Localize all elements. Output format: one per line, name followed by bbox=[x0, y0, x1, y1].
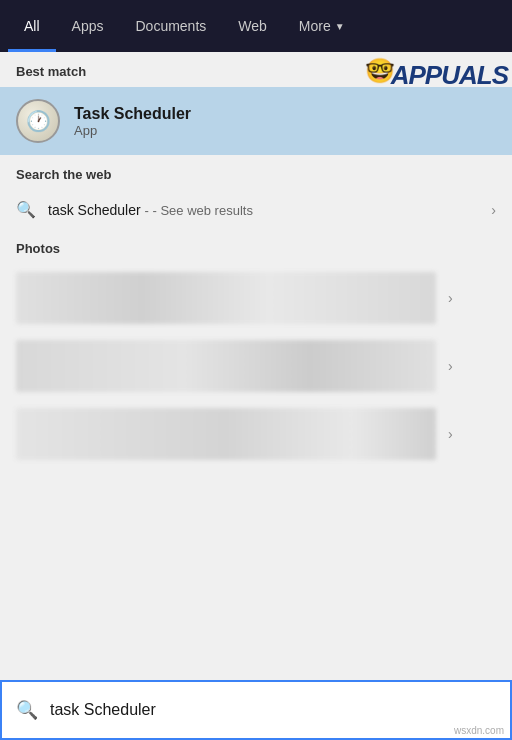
tab-apps[interactable]: Apps bbox=[56, 0, 120, 52]
search-input[interactable] bbox=[50, 701, 496, 719]
tab-apps-label: Apps bbox=[72, 18, 104, 34]
web-search-item[interactable]: 🔍 task Scheduler - - See web results › bbox=[0, 190, 512, 229]
tab-documents-label: Documents bbox=[135, 18, 206, 34]
app-type: App bbox=[74, 123, 191, 138]
logo-character-icon: 🤓 bbox=[365, 57, 395, 85]
tab-more-label: More bbox=[299, 18, 331, 34]
photo-chevron-2: › bbox=[448, 358, 453, 374]
see-results-suffix: - See web results bbox=[152, 203, 252, 218]
web-search-section: Search the web 🔍 task Scheduler - - See … bbox=[0, 155, 512, 229]
photo-thumbnail-2 bbox=[16, 340, 436, 392]
app-info: Task Scheduler App bbox=[74, 105, 191, 138]
web-search-label: Search the web bbox=[0, 155, 512, 190]
photos-section: Photos › › › bbox=[0, 229, 512, 468]
web-search-text: task Scheduler - - See web results bbox=[48, 202, 479, 218]
tab-more[interactable]: More ▼ bbox=[283, 0, 361, 52]
photo-thumbnail-1 bbox=[16, 272, 436, 324]
appuals-logo: 🤓 APPUALS bbox=[365, 60, 508, 91]
photos-label: Photos bbox=[0, 229, 512, 264]
chevron-right-icon: › bbox=[491, 202, 496, 218]
photo-chevron-3: › bbox=[448, 426, 453, 442]
logo-text: APPUALS bbox=[391, 60, 508, 91]
photo-chevron-1: › bbox=[448, 290, 453, 306]
photo-thumbnail-3 bbox=[16, 408, 436, 460]
tab-all[interactable]: All bbox=[8, 0, 56, 52]
chevron-down-icon: ▼ bbox=[335, 21, 345, 32]
app-name: Task Scheduler bbox=[74, 105, 191, 123]
search-results-panel: 🤓 APPUALS Best match 🕐 Task Scheduler Ap… bbox=[0, 52, 512, 680]
photo-item-1[interactable]: › bbox=[0, 264, 512, 332]
tab-documents[interactable]: Documents bbox=[119, 0, 222, 52]
tab-web[interactable]: Web bbox=[222, 0, 283, 52]
photo-item-2[interactable]: › bbox=[0, 332, 512, 400]
photo-item-3[interactable]: › bbox=[0, 400, 512, 468]
search-bar-icon: 🔍 bbox=[16, 699, 38, 721]
search-bar: 🔍 wsxdn.com bbox=[0, 680, 512, 740]
clock-face-icon: 🕐 bbox=[26, 109, 51, 133]
best-match-item[interactable]: 🕐 Task Scheduler App bbox=[0, 87, 512, 155]
web-query: task Scheduler bbox=[48, 202, 141, 218]
task-scheduler-icon: 🕐 bbox=[16, 99, 60, 143]
wsxdn-watermark: wsxdn.com bbox=[454, 725, 504, 736]
tab-all-label: All bbox=[24, 18, 40, 34]
tab-web-label: Web bbox=[238, 18, 267, 34]
search-icon: 🔍 bbox=[16, 200, 36, 219]
top-nav: All Apps Documents Web More ▼ bbox=[0, 0, 512, 52]
